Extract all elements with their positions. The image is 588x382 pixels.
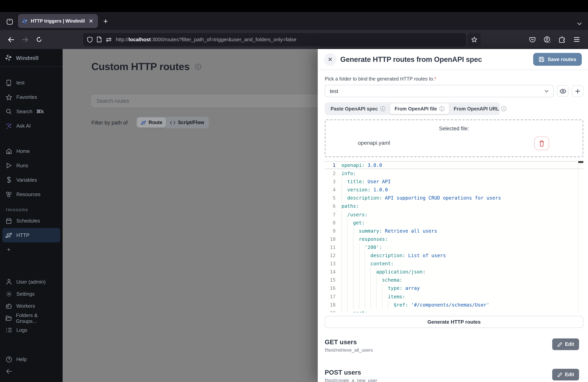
save-routes-button[interactable]: Save routes xyxy=(533,53,582,66)
sidebar-item-favorites[interactable]: Favorites xyxy=(2,90,60,104)
route-path: f/test/retrieve_all_users xyxy=(325,347,552,353)
sidebar-item-variables[interactable]: Variables xyxy=(2,173,60,187)
folder-select[interactable]: test xyxy=(325,85,554,97)
account-icon[interactable] xyxy=(541,33,553,46)
code-line: 13content: xyxy=(325,259,583,268)
route-icon xyxy=(5,232,12,238)
sidebar: Windmill test Favorites Search ⌘k xyxy=(0,49,63,382)
openapi-drawer: ✕ Generate HTTP routes from OpenAPI spec… xyxy=(318,49,588,382)
sidebar-item-label: HTTP xyxy=(16,232,30,238)
tab-paste-openapi-spec[interactable]: Paste OpenAPI speci xyxy=(326,104,390,114)
edit-route-button[interactable]: Edit xyxy=(552,339,579,350)
generated-route-row: GET users f/test/retrieve_all_users Edit xyxy=(325,339,583,353)
sidebar-item-label: Ask AI xyxy=(16,123,31,129)
info-icon[interactable]: i xyxy=(195,64,201,70)
sidebar-item-ask-ai[interactable]: Ask AI xyxy=(2,119,60,133)
url-bar[interactable]: http://localhost:3000/routes?filter_path… xyxy=(83,33,466,46)
sidebar-item-runs[interactable]: Runs xyxy=(2,158,60,173)
new-tab-button[interactable]: + xyxy=(104,17,108,26)
file-dropzone[interactable]: Selected file: openapi.yaml xyxy=(325,119,583,157)
sidebar-item-resources[interactable]: Resources xyxy=(2,187,60,202)
code-line: 11'200': xyxy=(325,243,583,251)
filter-option-script-flow[interactable]: Script/Flow xyxy=(166,117,208,127)
tab-from-openapi-file[interactable]: From OpenAPI filei xyxy=(390,104,449,114)
sidebar-item-label: Logs xyxy=(16,327,27,333)
sidebar-item-label: Workers xyxy=(16,303,35,309)
sidebar-item-search[interactable]: Search ⌘k xyxy=(2,104,60,119)
sidebar-item-schedules[interactable]: Schedules xyxy=(2,213,60,228)
gear-icon xyxy=(5,291,12,297)
add-folder-button[interactable] xyxy=(572,85,583,97)
firefox-view-icon[interactable] xyxy=(4,16,16,28)
generate-http-routes-button[interactable]: Generate HTTP routes xyxy=(325,316,583,328)
permissions-toggle-icon[interactable] xyxy=(106,37,112,42)
code-line: 4version: 1.0.0 xyxy=(325,186,583,194)
help-circle-icon xyxy=(5,356,12,362)
sidebar-item-label: User (admin) xyxy=(16,279,45,285)
sidebar-item-label: Variables xyxy=(16,177,37,183)
sidebar-add-trigger-button[interactable]: + xyxy=(2,242,60,257)
page-title: Custom HTTP routes xyxy=(91,61,189,73)
sidebar-item-test[interactable]: test xyxy=(2,75,60,90)
reload-icon[interactable] xyxy=(33,33,45,46)
browser-tab[interactable]: HTTP triggers | Windmill ✕ xyxy=(18,14,98,28)
filter-option-route[interactable]: Route xyxy=(137,117,166,127)
sidebar-item-workers[interactable]: Workers xyxy=(2,300,60,312)
sidebar-item-help[interactable]: Help xyxy=(2,353,60,365)
search-icon xyxy=(5,108,12,115)
code-line: 1openapi: 3.0.0 xyxy=(325,161,583,169)
workspace-name: Windmill xyxy=(16,55,39,61)
remove-file-button[interactable] xyxy=(534,137,549,150)
robot-icon xyxy=(5,303,12,309)
tab-close-icon[interactable]: ✕ xyxy=(87,17,95,25)
filter-toggle: Route Script/Flow xyxy=(136,117,209,128)
close-icon[interactable]: ✕ xyxy=(324,53,336,65)
code-line: 14application/json: xyxy=(325,268,583,276)
code-line: 19post: xyxy=(325,309,583,312)
code-line: 8get: xyxy=(325,218,583,227)
extensions-puzzle-icon[interactable] xyxy=(556,33,568,46)
eye-icon xyxy=(559,88,566,94)
code-editor[interactable]: 1openapi: 3.0.02info:3title: User API4ve… xyxy=(325,161,583,312)
sidebar-collapse-button[interactable] xyxy=(2,365,60,377)
code-line: 6paths: xyxy=(325,202,583,210)
selected-file-name: openapi.yaml xyxy=(358,140,390,146)
user-icon xyxy=(5,278,12,285)
back-icon[interactable] xyxy=(5,33,17,46)
code-line: 7/users: xyxy=(325,210,583,218)
bookmark-star-icon[interactable] xyxy=(467,33,481,46)
triggers-section-label: TRIGGERS xyxy=(2,202,60,213)
boxes-icon xyxy=(5,191,12,198)
code-line: 18$ref: '#/components/schemas/User' xyxy=(325,300,583,309)
tabs-chevron-down-icon[interactable] xyxy=(577,22,582,25)
trash-icon xyxy=(539,140,545,147)
menubar-area xyxy=(0,0,588,12)
sidebar-item-logs[interactable]: Logs xyxy=(2,324,60,336)
editor-scrollbar-track[interactable] xyxy=(578,161,578,312)
folder-field-label: Pick a folder to bind the generated HTTP… xyxy=(325,76,583,82)
hamburger-menu-icon[interactable] xyxy=(570,33,583,46)
edit-route-button[interactable]: Edit xyxy=(552,369,579,381)
shield-icon[interactable] xyxy=(87,36,93,42)
sidebar-item-settings[interactable]: Settings xyxy=(2,288,60,300)
sidebar-item-label: Schedules xyxy=(16,218,40,224)
browser-tab-bar: HTTP triggers | Windmill ✕ + xyxy=(0,12,588,30)
sidebar-item-folders-groups[interactable]: Folders & Groups... xyxy=(2,312,60,324)
pencil-icon xyxy=(557,342,562,347)
tab-title: HTTP triggers | Windmill xyxy=(31,18,87,24)
page-info-icon[interactable] xyxy=(97,37,102,42)
sidebar-item-label: test xyxy=(16,80,24,85)
view-folder-button[interactable] xyxy=(557,85,568,97)
forward-icon[interactable] xyxy=(19,33,31,46)
editor-scrollbar-thumb[interactable] xyxy=(578,161,583,163)
sidebar-item-http[interactable]: HTTP xyxy=(2,228,60,242)
workspace-row[interactable]: Windmill xyxy=(0,49,63,67)
code-line: 2info: xyxy=(325,169,583,177)
sidebar-item-home[interactable]: Home xyxy=(2,144,60,158)
pocket-icon[interactable] xyxy=(526,33,539,46)
tab-from-openapi-url[interactable]: From OpenAPI URLi xyxy=(449,104,511,114)
code-icon xyxy=(170,120,176,125)
route-icon xyxy=(141,120,146,125)
plus-icon: + xyxy=(5,246,12,253)
sidebar-item-user[interactable]: User (admin) xyxy=(2,276,60,288)
